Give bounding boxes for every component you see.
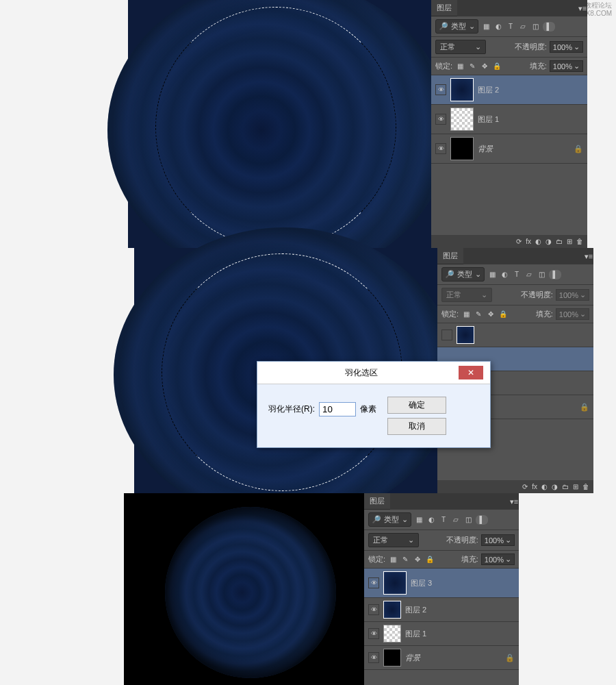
unit-label: 像素 [360, 403, 376, 415]
dropdown-icon: ⌄ [469, 22, 475, 31]
panel-menu-icon[interactable]: ▾≡ [578, 4, 587, 13]
layers-panel-3: 图层▾≡ 🔎 类型 ⌄ ▦◐T▱◫▌ 正常⌄不透明度:100%⌄ 锁定:▦✎✥🔒… [364, 493, 519, 685]
radius-input[interactable] [319, 402, 356, 416]
panel-menu-icon[interactable]: ▾≡ [584, 252, 593, 261]
panel-footer: ⟳fx◐◑🗀⊞🗑 [437, 480, 593, 493]
layer-thumb[interactable] [383, 625, 401, 643]
layer-name: 图层 3 [411, 578, 432, 588]
layer-name: 图层 1 [405, 629, 426, 639]
fill-input[interactable]: 100%⌄ [481, 553, 515, 565]
layer-thumb[interactable] [450, 108, 474, 131]
dropdown-icon: ⌄ [475, 42, 481, 51]
link-icon[interactable]: ⟳ [516, 238, 522, 245]
filter-smart-icon[interactable]: ◫ [463, 515, 473, 525]
filter-adjust-icon[interactable]: ◐ [493, 22, 503, 32]
filter-toggle-icon[interactable]: ▌ [543, 22, 555, 32]
visibility-icon[interactable]: 👁 [368, 628, 379, 639]
filter-image-icon[interactable]: ▦ [487, 270, 497, 279]
opacity-input[interactable]: 100%⌄ [481, 534, 515, 546]
layer-row[interactable]: 👁背景🔒 [431, 134, 587, 164]
blend-mode-select[interactable]: 正常⌄ [435, 40, 486, 54]
visibility-icon[interactable]: 👁 [435, 143, 446, 154]
filter-toggle-icon[interactable]: ▌ [549, 270, 561, 279]
radius-label: 羽化半径(R): [268, 403, 315, 415]
lock-icon: 🔒 [574, 145, 583, 153]
filter-shape-icon[interactable]: ▱ [518, 22, 528, 32]
group-icon[interactable]: 🗀 [556, 238, 563, 245]
lock-icon: 🔒 [505, 653, 515, 662]
filter-text-icon[interactable]: T [512, 270, 522, 279]
adjust-icon[interactable]: ◑ [546, 238, 552, 245]
layer-row[interactable]: 👁背景🔒 [364, 646, 519, 670]
panel-tab[interactable]: 图层 [437, 248, 463, 264]
panel-menu-icon[interactable]: ▾≡ [509, 497, 519, 506]
blend-mode-select: 正常⌄ [441, 288, 492, 302]
cancel-button[interactable]: 取消 [387, 418, 446, 435]
canvas-1 [128, 0, 431, 248]
filter-toggle-icon[interactable]: ▌ [476, 515, 488, 525]
fx-icon[interactable]: fx [526, 238, 531, 245]
filter-type-select[interactable]: 🔎 类型 ⌄ [435, 19, 478, 34]
filter-text-icon[interactable]: T [506, 22, 515, 32]
lock-trans-icon[interactable]: ▦ [455, 62, 465, 71]
layer-name: 背景 [405, 653, 420, 663]
canvas-3 [124, 493, 364, 685]
fill-input: 100%⌄ [556, 308, 589, 320]
filter-smart-icon[interactable]: ◫ [537, 270, 546, 279]
filter-image-icon[interactable]: ▦ [414, 515, 424, 525]
filter-adjust-icon[interactable]: ◐ [426, 515, 436, 525]
layer-name: 背景 [478, 144, 493, 154]
dropdown-icon: ⌄ [574, 42, 580, 51]
layer-row [437, 323, 593, 347]
layer-thumb[interactable] [383, 571, 407, 595]
panel-tab[interactable]: 图层 [431, 0, 457, 16]
layer-row[interactable]: 👁图层 3 [364, 569, 519, 598]
layer-thumb[interactable] [450, 78, 474, 101]
selection-ring-1 [155, 7, 396, 248]
visibility-icon[interactable]: 👁 [368, 577, 379, 588]
trash-icon[interactable]: 🗑 [576, 238, 583, 245]
visibility-icon[interactable]: 👁 [435, 84, 446, 95]
close-icon[interactable]: ✕ [459, 366, 483, 379]
filter-image-icon[interactable]: ▦ [481, 22, 491, 32]
layer-name: 图层 1 [478, 114, 499, 125]
layer-name: 图层 2 [478, 85, 499, 95]
dialog-title: 羽化选区 [264, 367, 459, 379]
filter-text-icon[interactable]: T [439, 515, 448, 525]
dropdown-icon: ⌄ [574, 62, 580, 71]
layer-thumb[interactable] [383, 601, 401, 619]
layer-row[interactable]: 👁图层 1 [431, 105, 587, 134]
ok-button[interactable]: 确定 [387, 397, 446, 414]
fill-label: 填充: [530, 61, 547, 71]
fill-input[interactable]: 100%⌄ [550, 60, 583, 72]
opacity-label: 不透明度: [515, 42, 547, 52]
new-icon[interactable]: ⊞ [567, 238, 572, 245]
filter-smart-icon[interactable]: ◫ [530, 22, 540, 32]
opacity-input[interactable]: 100%⌄ [550, 41, 583, 53]
blend-mode-select[interactable]: 正常⌄ [368, 533, 419, 547]
layer-thumb [457, 326, 474, 344]
visibility-icon[interactable]: 👁 [435, 114, 446, 125]
layer-row[interactable]: 👁图层 1 [364, 622, 519, 646]
layer-row[interactable]: 👁图层 2 [364, 598, 519, 622]
lock-icon: 🔒 [580, 403, 589, 412]
lock-pos-icon[interactable]: ✥ [480, 62, 489, 71]
feather-dialog: 羽化选区✕ 羽化半径(R): 像素 确定 取消 [257, 361, 491, 448]
layer-name: 图层 2 [405, 605, 426, 615]
layer-thumb[interactable] [383, 649, 401, 667]
panel-tab[interactable]: 图层 [364, 493, 390, 510]
filter-type-select[interactable]: 🔎 类型 ⌄ [441, 267, 485, 282]
lock-all-icon[interactable]: 🔒 [492, 62, 502, 71]
visibility-icon[interactable]: 👁 [368, 652, 379, 663]
lock-pixel-icon[interactable]: ✎ [467, 62, 477, 71]
layer-thumb[interactable] [450, 137, 474, 160]
layer-row[interactable]: 👁图层 2 [431, 75, 587, 105]
panel-footer: ⟳fx◐◑🗀⊞🗑 [431, 235, 587, 248]
filter-type-select[interactable]: 🔎 类型 ⌄ [368, 512, 411, 527]
filter-shape-icon[interactable]: ▱ [524, 270, 534, 279]
filter-shape-icon[interactable]: ▱ [451, 515, 461, 525]
mask-icon[interactable]: ◐ [535, 238, 541, 245]
lock-label: 锁定: [435, 61, 452, 71]
visibility-icon[interactable]: 👁 [368, 604, 379, 615]
filter-adjust-icon[interactable]: ◐ [500, 270, 509, 279]
